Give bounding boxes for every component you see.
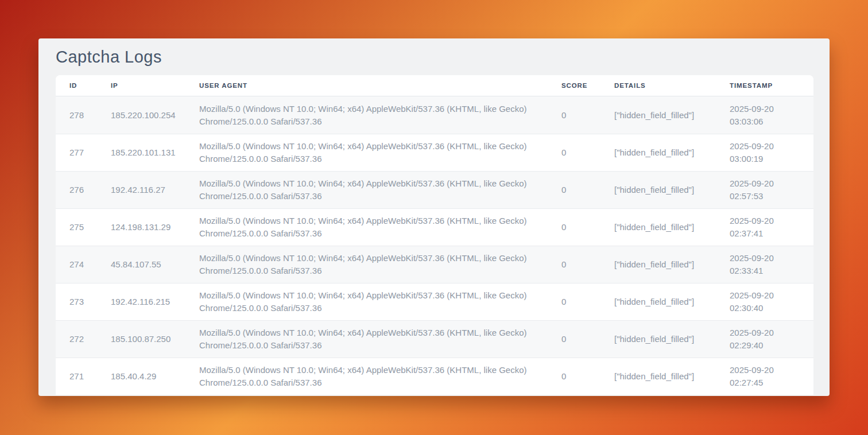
cell-score: 0 [548,246,600,283]
table-row: 272 185.100.87.250 Mozilla/5.0 (Windows … [56,320,813,358]
cell-ip: 185.220.101.131 [97,134,185,171]
cell-user-agent: Mozilla/5.0 (Windows NT 10.0; Win64; x64… [185,246,548,283]
cell-id: 277 [56,134,97,171]
cell-ip: 192.42.116.215 [97,283,185,320]
cell-score: 0 [548,358,600,395]
column-header-score: SCORE [548,75,600,96]
logs-table: ID IP USER AGENT SCORE DETAILS TIMESTAMP… [56,75,813,395]
cell-timestamp: 2025-09-20 02:33:41 [716,246,813,283]
column-header-details: DETAILS [600,75,716,96]
table-row: 275 124.198.131.29 Mozilla/5.0 (Windows … [56,208,813,246]
cell-user-agent: Mozilla/5.0 (Windows NT 10.0; Win64; x64… [185,208,548,246]
cell-ip: 45.84.107.55 [97,246,185,283]
cell-score: 0 [548,320,600,358]
cell-timestamp: 2025-09-20 03:03:06 [716,96,813,134]
cell-score: 0 [548,283,600,320]
cell-details: ["hidden_field_filled"] [600,96,716,134]
cell-timestamp: 2025-09-20 02:27:45 [716,358,813,395]
cell-ip: 185.100.87.250 [97,320,185,358]
table-row: 276 192.42.116.27 Mozilla/5.0 (Windows N… [56,171,813,208]
cell-id: 275 [56,208,97,246]
cell-timestamp: 2025-09-20 03:00:19 [716,134,813,171]
column-header-timestamp: TIMESTAMP [716,75,813,96]
table-row: 274 45.84.107.55 Mozilla/5.0 (Windows NT… [56,246,813,283]
cell-id: 278 [56,96,97,134]
page-background: { "header": { "title": "Captcha Logs" },… [0,0,868,435]
cell-id: 274 [56,246,97,283]
cell-details: ["hidden_field_filled"] [600,283,716,320]
column-header-ip: IP [97,75,185,96]
cell-id: 273 [56,283,97,320]
table-row: 278 185.220.100.254 Mozilla/5.0 (Windows… [56,96,813,134]
table-row: 277 185.220.101.131 Mozilla/5.0 (Windows… [56,134,813,171]
cell-details: ["hidden_field_filled"] [600,208,716,246]
cell-timestamp: 2025-09-20 02:57:53 [716,171,813,208]
cell-ip: 185.220.100.254 [97,96,185,134]
table-row: 273 192.42.116.215 Mozilla/5.0 (Windows … [56,283,813,320]
cell-user-agent: Mozilla/5.0 (Windows NT 10.0; Win64; x64… [185,358,548,395]
cell-timestamp: 2025-09-20 02:37:41 [716,208,813,246]
cell-timestamp: 2025-09-20 02:29:40 [716,320,813,358]
cell-details: ["hidden_field_filled"] [600,171,716,208]
cell-timestamp: 2025-09-20 02:30:40 [716,283,813,320]
cell-score: 0 [548,134,600,171]
table-header: ID IP USER AGENT SCORE DETAILS TIMESTAMP [56,75,813,96]
cell-user-agent: Mozilla/5.0 (Windows NT 10.0; Win64; x64… [185,171,548,208]
cell-ip: 192.42.116.27 [97,171,185,208]
cell-details: ["hidden_field_filled"] [600,246,716,283]
cell-score: 0 [548,208,600,246]
cell-ip: 124.198.131.29 [97,208,185,246]
table-row: 271 185.40.4.29 Mozilla/5.0 (Windows NT … [56,358,813,395]
cell-details: ["hidden_field_filled"] [600,358,716,395]
cell-id: 271 [56,358,97,395]
column-header-id: ID [56,75,97,96]
logs-table-container: ID IP USER AGENT SCORE DETAILS TIMESTAMP… [56,75,813,395]
cell-id: 272 [56,320,97,358]
cell-score: 0 [548,96,600,134]
cell-score: 0 [548,171,600,208]
cell-details: ["hidden_field_filled"] [600,134,716,171]
cell-user-agent: Mozilla/5.0 (Windows NT 10.0; Win64; x64… [185,96,548,134]
captcha-logs-card: Captcha Logs ID IP USER AGENT SCORE DETA… [38,38,830,396]
cell-user-agent: Mozilla/5.0 (Windows NT 10.0; Win64; x64… [185,320,548,358]
table-body: 278 185.220.100.254 Mozilla/5.0 (Windows… [56,96,813,395]
page-title: Captcha Logs [38,38,830,75]
cell-id: 276 [56,171,97,208]
cell-user-agent: Mozilla/5.0 (Windows NT 10.0; Win64; x64… [185,283,548,320]
cell-user-agent: Mozilla/5.0 (Windows NT 10.0; Win64; x64… [185,134,548,171]
cell-ip: 185.40.4.29 [97,358,185,395]
cell-details: ["hidden_field_filled"] [600,320,716,358]
column-header-user-agent: USER AGENT [185,75,548,96]
